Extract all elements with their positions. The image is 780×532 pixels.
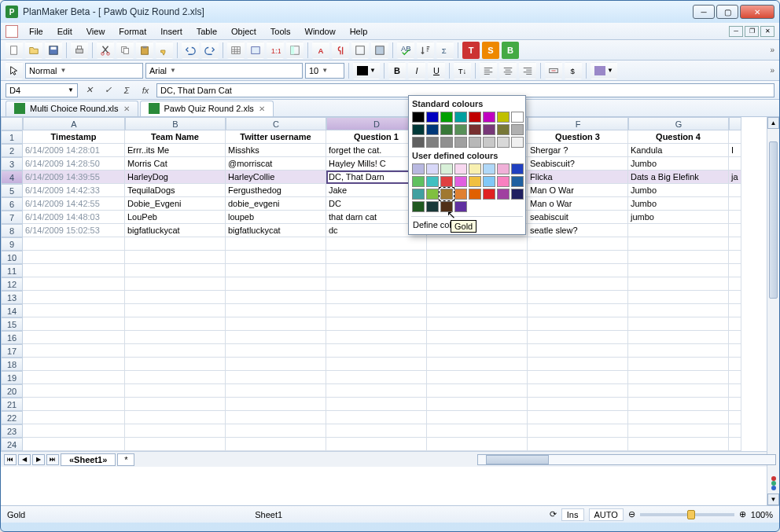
cell[interactable] — [729, 277, 741, 291]
color-swatch[interactable] — [426, 124, 439, 135]
cell[interactable] — [628, 304, 729, 317]
cell[interactable] — [528, 277, 628, 291]
horizontal-scrollbar[interactable] — [477, 454, 776, 465]
cell[interactable]: bigfatluckycat — [226, 224, 326, 237]
cell[interactable]: Jumbo — [628, 157, 729, 171]
color-swatch[interactable] — [497, 163, 510, 174]
accept-formula-button[interactable]: ✓ — [100, 83, 116, 97]
color-swatch[interactable] — [483, 163, 495, 174]
open-button[interactable] — [25, 42, 42, 59]
cell[interactable] — [125, 317, 226, 331]
cell[interactable] — [326, 304, 427, 317]
row-header[interactable]: 9 — [1, 237, 23, 251]
color-swatch[interactable] — [469, 189, 481, 200]
cell[interactable] — [528, 251, 628, 264]
font-color-button[interactable]: ▼ — [353, 62, 380, 79]
cell[interactable] — [427, 438, 528, 451]
cell[interactable] — [628, 371, 729, 384]
cell[interactable] — [125, 344, 226, 358]
color-swatch[interactable] — [412, 176, 425, 187]
cell[interactable] — [226, 344, 326, 358]
cell[interactable] — [427, 371, 528, 384]
cell[interactable]: 6/14/2009 14:28:50 — [23, 157, 125, 171]
color-swatch[interactable] — [511, 137, 524, 148]
sheet-nav-last-button[interactable]: ⏭ — [46, 454, 59, 465]
cell[interactable] — [427, 424, 528, 438]
bold-button[interactable]: B — [388, 62, 406, 79]
cell[interactable] — [628, 358, 729, 371]
row-header[interactable]: 4 — [1, 171, 23, 184]
cell[interactable] — [226, 291, 326, 304]
cell[interactable] — [326, 251, 427, 264]
format-overflow-icon[interactable]: » — [770, 66, 774, 75]
cell[interactable] — [125, 291, 226, 304]
cell[interactable]: Question 3 — [528, 130, 628, 144]
scroll-down-button[interactable]: ▼ — [767, 493, 779, 505]
spellcheck-button[interactable]: ABC — [397, 42, 414, 59]
color-swatch[interactable] — [454, 124, 467, 135]
cell[interactable]: HarleyDog — [125, 171, 226, 184]
row-header[interactable]: 2 — [1, 144, 23, 157]
pivot-button[interactable] — [247, 42, 264, 59]
cut-button[interactable] — [97, 42, 114, 59]
cell[interactable] — [326, 438, 427, 451]
cell[interactable]: 6/14/2009 14:28:01 — [23, 144, 125, 157]
underline-button[interactable]: U — [428, 62, 445, 79]
cell[interactable] — [23, 344, 125, 358]
color-swatch[interactable] — [412, 112, 425, 123]
color-swatch[interactable] — [440, 163, 453, 174]
cell[interactable] — [23, 304, 125, 317]
color-swatch[interactable] — [440, 176, 453, 187]
cell-grid[interactable]: ABCDEFG1TimestampTeam NameTwitter userna… — [1, 117, 779, 451]
color-swatch[interactable] — [469, 176, 481, 187]
para-format-button[interactable] — [332, 42, 349, 59]
cell[interactable]: bigfatluckycat — [125, 224, 226, 237]
save-button[interactable] — [45, 42, 62, 59]
format-paint-button[interactable] — [156, 42, 173, 59]
cell[interactable]: ja — [729, 171, 741, 184]
cell[interactable] — [729, 331, 741, 344]
cell[interactable] — [427, 304, 528, 317]
cell[interactable] — [427, 291, 528, 304]
cell[interactable] — [528, 304, 628, 317]
column-header[interactable]: C — [226, 117, 326, 130]
zoom-knob[interactable] — [687, 510, 695, 519]
scroll-thumb[interactable] — [769, 141, 778, 299]
cell[interactable] — [326, 277, 427, 291]
cell[interactable] — [326, 411, 427, 424]
color-swatch[interactable] — [412, 189, 425, 200]
char-format-button[interactable]: A — [312, 42, 329, 59]
color-swatch[interactable] — [440, 124, 453, 135]
cell[interactable] — [528, 291, 628, 304]
zoom-fit-button[interactable]: 1:1 — [267, 42, 284, 59]
cell[interactable] — [628, 224, 729, 237]
cell[interactable] — [729, 304, 741, 317]
cursor-icon[interactable] — [6, 62, 23, 79]
menu-object[interactable]: Object — [225, 25, 263, 38]
cell[interactable] — [628, 264, 729, 277]
row-header[interactable]: 13 — [1, 291, 23, 304]
cell[interactable]: Seabiscuit? — [528, 157, 628, 171]
cell[interactable] — [427, 358, 528, 371]
cell[interactable] — [628, 344, 729, 358]
close-tab-icon[interactable]: ✕ — [123, 105, 130, 113]
sheet-nav-prev-button[interactable]: ◀ — [18, 454, 31, 465]
row-header[interactable]: 24 — [1, 438, 23, 451]
cell[interactable] — [326, 237, 427, 251]
cell[interactable] — [528, 371, 628, 384]
cell[interactable]: seatle slew? — [528, 224, 628, 237]
cell[interactable]: TequilaDogs — [125, 184, 226, 197]
color-swatch[interactable] — [511, 112, 524, 123]
cell[interactable] — [226, 331, 326, 344]
sheet-tab[interactable]: «Sheet1» — [61, 453, 116, 466]
cell[interactable] — [226, 358, 326, 371]
red-t-button[interactable]: T — [462, 42, 480, 59]
cell[interactable]: Dats a Big Elefink — [628, 171, 729, 184]
color-swatch[interactable] — [440, 137, 453, 148]
text-direction-button[interactable]: T↓ — [454, 62, 471, 79]
cell[interactable] — [125, 237, 226, 251]
cell[interactable] — [427, 277, 528, 291]
color-swatch[interactable] — [511, 176, 524, 187]
cell[interactable]: Jumbo — [628, 184, 729, 197]
close-button[interactable]: ✕ — [740, 5, 774, 19]
